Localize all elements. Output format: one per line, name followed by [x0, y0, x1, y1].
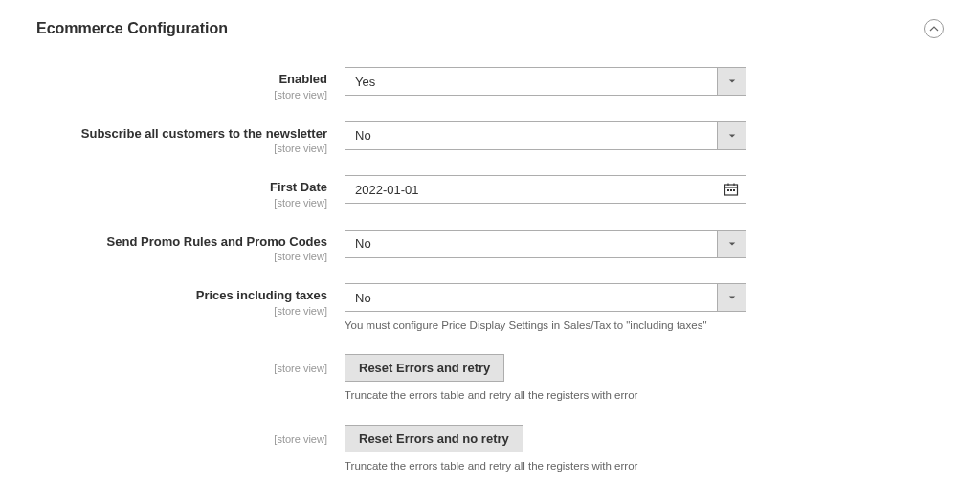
enabled-label: Enabled [278, 72, 327, 86]
enabled-select[interactable]: Yes [345, 67, 746, 96]
subscribe-label: Subscribe all customers to the newslette… [81, 126, 327, 141]
scope-label: [store view] [10, 363, 327, 374]
scope-label: [store view] [10, 305, 327, 317]
reset-no-retry-hint: Truncate the errors table and retry all … [345, 458, 746, 474]
promo-value: No [345, 236, 717, 251]
subscribe-select[interactable]: No [345, 121, 746, 150]
scope-label: [store view] [10, 433, 327, 445]
calendar-icon[interactable] [717, 176, 746, 203]
first-date-value: 2022-01-01 [345, 183, 717, 197]
scope-label: [store view] [10, 251, 327, 262]
reset-retry-button[interactable]: Reset Errors and retry [345, 354, 504, 382]
section-title: Ecommerce Configuration [36, 20, 228, 37]
reset-retry-hint: Truncate the errors table and retry all … [345, 387, 746, 403]
scope-label: [store view] [10, 197, 327, 209]
collapse-icon[interactable] [924, 19, 944, 38]
prices-tax-select[interactable]: No [345, 283, 746, 312]
svg-rect-6 [733, 189, 735, 191]
subscribe-value: No [345, 128, 717, 143]
chevron-down-icon [717, 231, 746, 257]
promo-select[interactable]: No [345, 230, 746, 258]
prices-tax-label: Prices including taxes [196, 288, 327, 302]
svg-rect-4 [727, 189, 729, 191]
chevron-down-icon [717, 122, 746, 149]
svg-rect-5 [730, 189, 732, 191]
first-date-label: First Date [270, 180, 327, 194]
prices-tax-value: No [345, 291, 717, 305]
chevron-down-icon [717, 68, 746, 95]
scope-label: [store view] [10, 143, 327, 154]
enabled-value: Yes [345, 75, 717, 89]
promo-label: Send Promo Rules and Promo Codes [107, 234, 327, 249]
scope-label: [store view] [10, 89, 327, 100]
first-date-input[interactable]: 2022-01-01 [345, 175, 746, 204]
chevron-down-icon [717, 284, 746, 311]
reset-no-retry-button[interactable]: Reset Errors and no retry [345, 425, 523, 452]
prices-tax-hint: You must configure Price Display Setting… [345, 318, 746, 333]
